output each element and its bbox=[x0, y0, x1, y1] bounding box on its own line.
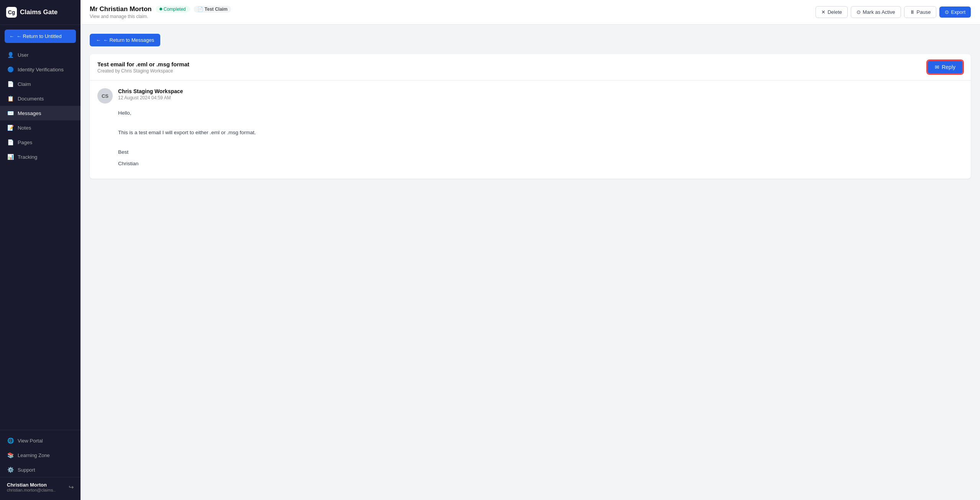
message-line: Best bbox=[118, 148, 963, 156]
sidebar-item-label: Pages bbox=[18, 140, 32, 145]
identity-icon: 🔵 bbox=[7, 66, 14, 72]
user-name: Christian Morton bbox=[7, 482, 56, 488]
message-text: Hello,This is a test email I will export… bbox=[97, 109, 963, 168]
return-to-messages-button[interactable]: ← ← Return to Messages bbox=[90, 34, 160, 46]
message-line: Christian bbox=[118, 160, 963, 168]
topbar: Mr Christian Morton Completed 📄 Test Cla… bbox=[81, 0, 980, 25]
sidebar-item-documents[interactable]: 📋Documents bbox=[0, 91, 81, 106]
message-header: Test email for .eml or .msg format Creat… bbox=[90, 54, 971, 81]
app-name: Claims Gate bbox=[20, 8, 58, 16]
notes-icon: 📝 bbox=[7, 125, 14, 131]
support-icon: ⚙️ bbox=[7, 467, 14, 473]
sidebar-item-pages[interactable]: 📄Pages bbox=[0, 135, 81, 150]
sidebar-item-label: Notes bbox=[18, 125, 31, 131]
sidebar-item-claim[interactable]: 📄Claim bbox=[0, 77, 81, 91]
x-icon: ✕ bbox=[821, 9, 825, 15]
messages-icon: ✉️ bbox=[7, 110, 14, 116]
return-arrow-icon: ← bbox=[9, 33, 14, 39]
status-badge: Completed bbox=[156, 6, 190, 13]
status-dot bbox=[159, 8, 162, 10]
export-button[interactable]: ⊙ Export bbox=[939, 7, 971, 18]
back-arrow-icon: ← bbox=[96, 37, 101, 43]
sidebar-item-label: Support bbox=[18, 467, 35, 473]
status-label: Completed bbox=[164, 7, 186, 12]
sidebar-item-user[interactable]: 👤User bbox=[0, 48, 81, 62]
sidebar-item-label: User bbox=[18, 52, 29, 58]
view-portal-icon: 🌐 bbox=[7, 438, 14, 444]
sidebar-item-label: Claim bbox=[18, 81, 31, 87]
return-to-untitled-button[interactable]: ← ← Return to Untitled bbox=[5, 30, 76, 43]
message-header-info: Test email for .eml or .msg format Creat… bbox=[97, 61, 189, 74]
topbar-left: Mr Christian Morton Completed 📄 Test Cla… bbox=[90, 5, 231, 19]
sidebar-item-notes[interactable]: 📝Notes bbox=[0, 120, 81, 135]
sidebar-item-view-portal[interactable]: 🌐View Portal bbox=[0, 433, 81, 448]
mark-active-icon: ⊙ bbox=[857, 9, 861, 15]
reply-icon: ✉ bbox=[935, 64, 939, 70]
test-claim-badge: 📄 Test Claim bbox=[194, 6, 232, 13]
user-email: christian.morton@claims.. bbox=[7, 488, 56, 492]
sidebar-item-label: Documents bbox=[18, 96, 44, 102]
sender-info: Chris Staging Workspace 12 August 2024 0… bbox=[118, 88, 183, 100]
message-sender-row: CS Chris Staging Workspace 12 August 202… bbox=[97, 88, 963, 104]
message-card: Test email for .eml or .msg format Creat… bbox=[90, 54, 971, 179]
sidebar-bottom: 🌐View Portal📚Learning Zone⚙️Support Chri… bbox=[0, 430, 81, 500]
topbar-subtitle: View and manage this claim. bbox=[90, 14, 231, 19]
sidebar-item-label: Tracking bbox=[18, 154, 37, 160]
message-line: This is a test email I will export to ei… bbox=[118, 128, 963, 137]
sidebar-item-tracking[interactable]: 📊Tracking bbox=[0, 150, 81, 164]
delete-button[interactable]: ✕ Delete bbox=[816, 6, 848, 18]
sidebar-item-label: Messages bbox=[18, 110, 41, 116]
user-icon: 👤 bbox=[7, 52, 14, 58]
message-subject: Test email for .eml or .msg format bbox=[97, 61, 189, 67]
logout-icon[interactable]: ↪ bbox=[69, 484, 74, 491]
pause-icon: ⏸ bbox=[910, 9, 915, 15]
pages-icon: 📄 bbox=[7, 139, 14, 145]
message-body: CS Chris Staging Workspace 12 August 202… bbox=[90, 81, 971, 179]
sidebar-item-messages[interactable]: ✉️Messages bbox=[0, 106, 81, 120]
sidebar-item-identity[interactable]: 🔵Identity Verifications bbox=[0, 62, 81, 77]
sidebar-item-support[interactable]: ⚙️Support bbox=[0, 462, 81, 477]
test-claim-label: Test Claim bbox=[205, 7, 228, 12]
sidebar-item-label: Learning Zone bbox=[18, 452, 50, 458]
learning-zone-icon: 📚 bbox=[7, 452, 14, 458]
topbar-actions: ✕ Delete ⊙ Mark as Active ⏸ Pause ⊙ Expo… bbox=[816, 6, 971, 18]
sidebar-item-learning-zone[interactable]: 📚Learning Zone bbox=[0, 448, 81, 462]
sidebar-item-label: Identity Verifications bbox=[18, 67, 64, 72]
sender-date: 12 August 2024 04:59 AM bbox=[118, 95, 183, 100]
reply-button[interactable]: ✉ Reply bbox=[927, 60, 963, 74]
message-line: Hello, bbox=[118, 109, 963, 117]
claim-name: Mr Christian Morton bbox=[90, 5, 152, 13]
logo-icon: Cg bbox=[6, 7, 17, 18]
bottom-nav: 🌐View Portal📚Learning Zone⚙️Support bbox=[0, 433, 81, 477]
main-area: Mr Christian Morton Completed 📄 Test Cla… bbox=[81, 0, 980, 500]
app-logo: Cg Claims Gate bbox=[0, 0, 81, 25]
pause-button[interactable]: ⏸ Pause bbox=[904, 6, 937, 18]
sidebar-item-label: View Portal bbox=[18, 438, 43, 444]
claim-icon: 📄 bbox=[7, 81, 14, 87]
sender-name: Chris Staging Workspace bbox=[118, 88, 183, 94]
content-area: ← ← Return to Messages Test email for .e… bbox=[81, 25, 980, 500]
user-info: Christian Morton christian.morton@claims… bbox=[0, 477, 81, 497]
message-created: Created by Chris Staging Workspace bbox=[97, 68, 189, 74]
sidebar: Cg Claims Gate ← ← Return to Untitled 👤U… bbox=[0, 0, 81, 500]
topbar-title: Mr Christian Morton Completed 📄 Test Cla… bbox=[90, 5, 231, 13]
tracking-icon: 📊 bbox=[7, 154, 14, 160]
user-details: Christian Morton christian.morton@claims… bbox=[7, 482, 56, 492]
file-icon: 📄 bbox=[197, 7, 203, 12]
avatar: CS bbox=[97, 88, 113, 104]
export-icon: ⊙ bbox=[945, 9, 949, 15]
nav-menu: 👤User🔵Identity Verifications📄Claim📋Docum… bbox=[0, 48, 81, 164]
mark-active-button[interactable]: ⊙ Mark as Active bbox=[851, 6, 901, 18]
documents-icon: 📋 bbox=[7, 95, 14, 102]
